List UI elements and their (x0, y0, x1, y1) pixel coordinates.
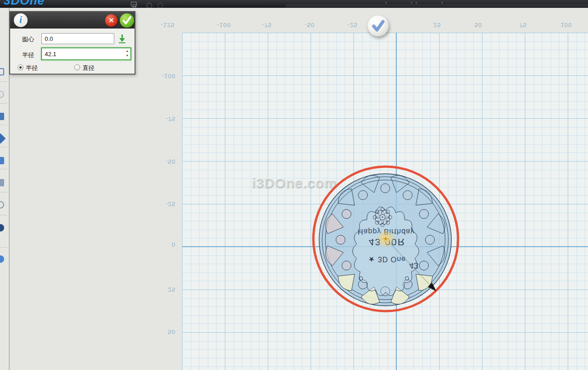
check-icon (368, 16, 388, 36)
sidebar-tool-icon[interactable] (0, 91, 4, 98)
ruler-label: -50 (157, 158, 176, 165)
ruler-label: -25 (157, 200, 176, 208)
ruler-label: -50 (296, 21, 323, 29)
ruler-label: 25 (423, 21, 451, 29)
sidebar-tool-icon[interactable] (0, 224, 4, 231)
sidebar-divider (0, 247, 7, 248)
ribbon-edge (286, 5, 588, 7)
check-icon (120, 13, 134, 28)
ruler-label: 0 (157, 241, 176, 248)
sidebar-divider (0, 169, 7, 169)
ruler-label: -75 (253, 21, 281, 29)
radius-leader-line (388, 242, 430, 285)
ruler-label: -100 (157, 72, 176, 80)
pick-point-icon[interactable] (118, 33, 127, 44)
sidebar-tool-icon[interactable] (0, 255, 4, 263)
radio-radius-label: 半径 (26, 64, 38, 72)
toolbar-icon-fragment (416, 2, 417, 4)
toolbar-icon-fragment (411, 2, 412, 4)
stepper-up-icon[interactable]: ▲ (124, 49, 130, 53)
radio-diameter[interactable] (74, 64, 80, 70)
ruler-label: 50 (157, 328, 176, 335)
stepper-down-icon[interactable]: ▼ (124, 53, 130, 58)
ruler-label: -25 (339, 21, 366, 29)
sidebar-divider (0, 81, 7, 82)
sidebar-tool-icon[interactable] (0, 201, 4, 208)
circle-parameters-dialog: i ✕ 圆心 半径 ▲ ▼ 半径 直径 (9, 11, 135, 75)
undo-icon[interactable] (147, 3, 152, 8)
radius-input[interactable] (41, 47, 131, 60)
sidebar-tool-icon[interactable] (0, 157, 4, 164)
cancel-button[interactable]: ✕ (105, 14, 118, 27)
app-window: 3DOne -125 -100 -75 (0, 0, 588, 370)
sidebar-tool-icon[interactable] (0, 179, 4, 186)
sidebar-divider (0, 147, 7, 147)
ruler-label: -100 (210, 21, 238, 29)
sidebar-tool-icon[interactable] (0, 68, 4, 75)
selection-overlay (307, 161, 464, 317)
save-icon[interactable] (131, 2, 137, 6)
info-icon: i (14, 13, 28, 27)
sidebar-tool-icon[interactable] (0, 133, 6, 144)
sidebar-divider (0, 192, 7, 192)
sidebar-divider (0, 215, 7, 215)
left-toolbar (0, 8, 10, 370)
radius-field-label: 半径 (22, 51, 34, 59)
center-field-label: 圆心 (22, 35, 34, 44)
radius-stepper[interactable]: ▲ ▼ (124, 49, 130, 59)
sidebar-tool-icon[interactable] (0, 113, 4, 120)
radio-radius[interactable] (18, 64, 24, 70)
confirm-check-button[interactable] (368, 16, 388, 36)
selection-circle[interactable] (313, 167, 458, 311)
ok-button[interactable] (120, 13, 134, 28)
sidebar-divider (0, 125, 7, 125)
redo-icon[interactable] (158, 3, 163, 8)
app-logo: 3DOne (4, 0, 45, 8)
ruler-label: -125 (154, 21, 182, 29)
ruler-label: 50 (465, 21, 492, 29)
toolbar-icon-fragment (385, 2, 387, 4)
ruler-label: 25 (157, 286, 176, 293)
sidebar-divider (0, 103, 7, 104)
center-input[interactable] (41, 33, 114, 44)
toolbar-icon-fragment (441, 2, 443, 4)
ruler-label: 75 (509, 21, 537, 29)
ruler-label: -75 (157, 115, 176, 122)
ruler-label: 100 (553, 21, 580, 29)
radio-diameter-label: 直径 (82, 64, 94, 72)
title-bar: 3DOne (0, 0, 588, 8)
